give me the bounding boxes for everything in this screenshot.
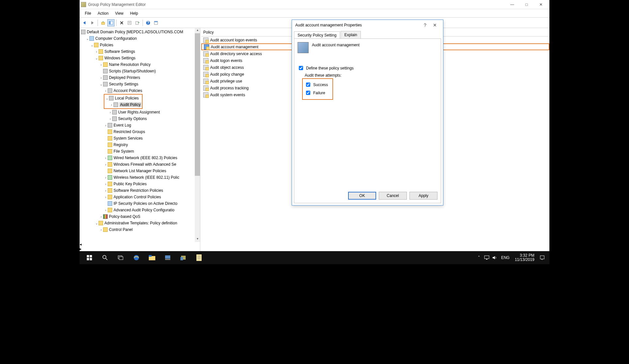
search-button[interactable] <box>97 251 113 264</box>
tree-user-rights[interactable]: ›User Rights Assignment <box>108 109 200 115</box>
taskbar-ie-icon[interactable] <box>129 251 144 264</box>
tree-windows-settings[interactable]: ⌄Windows Settings <box>95 55 200 61</box>
taskbar-explorer-icon[interactable] <box>144 251 160 264</box>
menu-help[interactable]: Help <box>127 10 142 17</box>
collapse-icon[interactable]: ⌄ <box>85 37 89 40</box>
tree-ipsec[interactable]: IP Security Policies on Active Directo <box>104 200 200 207</box>
tree-computer-config[interactable]: ⌄Computer Configuration <box>85 35 200 42</box>
taskbar-notepad-icon[interactable] <box>191 251 207 264</box>
task-view-button[interactable] <box>113 251 129 264</box>
filter-button[interactable] <box>152 19 160 26</box>
expand-icon[interactable]: › <box>95 50 99 53</box>
expand-icon[interactable]: › <box>110 103 114 107</box>
tray-clock[interactable]: 3:32 PM 11/13/2019 <box>512 253 537 262</box>
properties-button[interactable] <box>126 19 133 26</box>
tree-local-policies[interactable]: ⌄Local Policies <box>105 95 141 101</box>
expand-icon[interactable]: › <box>99 215 103 219</box>
tray-notifications-icon[interactable] <box>537 251 547 264</box>
tree-label: Windows Firewall with Advanced Se <box>114 162 176 167</box>
ok-button[interactable]: OK <box>348 192 376 200</box>
expand-icon[interactable]: › <box>108 117 112 121</box>
expand-icon[interactable]: › <box>104 124 108 127</box>
tray-volume-icon[interactable] <box>491 251 499 264</box>
tree-policy-qos[interactable]: ›Policy-based QoS <box>99 213 200 220</box>
tree-advanced-audit[interactable]: ›Advanced Audit Policy Configuratio <box>104 207 200 213</box>
tree-event-log[interactable]: ›Event Log <box>104 122 200 129</box>
expand-icon[interactable]: › <box>104 163 108 166</box>
tree-vscrollbar[interactable]: ▴▾ <box>195 28 200 242</box>
tree-policies[interactable]: ⌄Policies <box>90 42 200 48</box>
help-button[interactable]: ? <box>145 19 152 26</box>
tree-name-resolution[interactable]: ›Name Resolution Policy <box>99 61 200 68</box>
tab-explain[interactable]: Explain <box>341 31 361 38</box>
start-button[interactable] <box>82 251 97 264</box>
tree-wireless-network[interactable]: ›Wireless Network (IEEE 802.11) Polic <box>104 174 200 181</box>
expand-icon[interactable]: › <box>99 63 103 67</box>
tree-software-settings[interactable]: ›Software Settings <box>95 48 200 55</box>
tab-security-policy[interactable]: Security Policy Setting <box>294 31 340 39</box>
apply-button[interactable]: Apply <box>409 192 437 200</box>
collapse-icon[interactable]: ⌄ <box>99 83 103 86</box>
taskbar-server-manager-icon[interactable] <box>160 251 176 264</box>
tree-public-key[interactable]: ›Public Key Policies <box>104 181 200 187</box>
collapse-icon[interactable]: ⌄ <box>95 56 99 60</box>
collapse-icon[interactable]: ⌄ <box>90 43 94 47</box>
up-button[interactable] <box>100 19 107 26</box>
tray-language[interactable]: ENG <box>499 255 512 260</box>
tree-account-policies[interactable]: ›Account Policies <box>104 87 200 94</box>
tree-hscrollbar[interactable]: ◂▸ <box>80 242 200 251</box>
tray-network-icon[interactable] <box>483 251 491 264</box>
tree-registry[interactable]: Registry <box>104 142 200 148</box>
expand-icon[interactable]: › <box>104 176 108 179</box>
taskbar-gpmc-icon[interactable] <box>176 251 191 264</box>
minimize-button[interactable]: — <box>505 0 519 9</box>
tree-network-list[interactable]: Network List Manager Policies <box>104 168 200 174</box>
forward-button[interactable] <box>89 19 96 26</box>
define-checkbox[interactable] <box>299 66 303 70</box>
expand-icon[interactable]: › <box>99 76 103 80</box>
back-button[interactable] <box>81 19 88 26</box>
tree-audit-policy[interactable]: ›Audit Policy <box>110 101 141 108</box>
dialog-close-button[interactable]: ✕ <box>430 23 440 28</box>
tree-software-restriction[interactable]: ›Software Restriction Policies <box>104 187 200 194</box>
expand-icon[interactable]: › <box>104 189 108 192</box>
tree-windows-firewall[interactable]: ›Windows Firewall with Advanced Se <box>104 161 200 168</box>
tree-admin-templates[interactable]: ⌄Administrative Templates: Policy defini… <box>95 220 200 226</box>
maximize-button[interactable]: □ <box>519 0 534 9</box>
menu-action[interactable]: Action <box>94 10 112 17</box>
tree-scripts[interactable]: Scripts (Startup/Shutdown) <box>99 68 200 74</box>
expand-icon[interactable]: › <box>104 182 108 186</box>
tree-application-control[interactable]: ›Application Control Policies <box>104 194 200 200</box>
tree-label: Advanced Audit Policy Configuratio <box>114 208 175 212</box>
expand-icon[interactable]: › <box>104 208 108 212</box>
tree-control-panel[interactable]: ›Control Panel <box>99 226 200 233</box>
tree-deployed-printers[interactable]: ›Deployed Printers <box>99 74 200 81</box>
tree-security-settings[interactable]: ⌄Security Settings <box>99 81 200 87</box>
tree-restricted-groups[interactable]: Restricted Groups <box>104 129 200 135</box>
expand-icon[interactable]: › <box>99 228 103 232</box>
tray-chevron-icon[interactable]: ˄ <box>475 251 483 264</box>
tree-body[interactable]: Default Domain Policy [MEPDC1.ADSOLUTION… <box>80 28 200 242</box>
expand-icon[interactable]: › <box>104 89 108 93</box>
success-checkbox[interactable] <box>306 83 310 87</box>
show-tree-button[interactable] <box>107 19 115 26</box>
collapse-icon[interactable]: ⌄ <box>105 97 109 100</box>
close-button[interactable]: ✕ <box>534 0 548 9</box>
tree-root[interactable]: Default Domain Policy [MEPDC1.ADSOLUTION… <box>81 29 200 35</box>
export-button[interactable] <box>134 19 141 26</box>
expand-icon[interactable]: › <box>104 195 108 199</box>
dialog-titlebar[interactable]: Audit account management Properties ? ✕ <box>292 20 443 30</box>
tree-file-system[interactable]: File System <box>104 148 200 155</box>
menu-file[interactable]: File <box>82 10 94 17</box>
expand-icon[interactable]: › <box>104 156 108 160</box>
tree-security-options[interactable]: ›Security Options <box>108 115 200 122</box>
dialog-help-button[interactable]: ? <box>420 23 430 28</box>
failure-checkbox[interactable] <box>306 91 310 95</box>
delete-button[interactable] <box>118 19 125 26</box>
collapse-icon[interactable]: ⌄ <box>95 221 99 225</box>
tree-wired-network[interactable]: ›Wired Network (IEEE 802.3) Policies <box>104 155 200 161</box>
cancel-button[interactable]: Cancel <box>379 192 407 200</box>
menu-view[interactable]: View <box>112 10 127 17</box>
tree-system-services[interactable]: System Services <box>104 135 200 142</box>
expand-icon[interactable]: › <box>108 111 112 114</box>
